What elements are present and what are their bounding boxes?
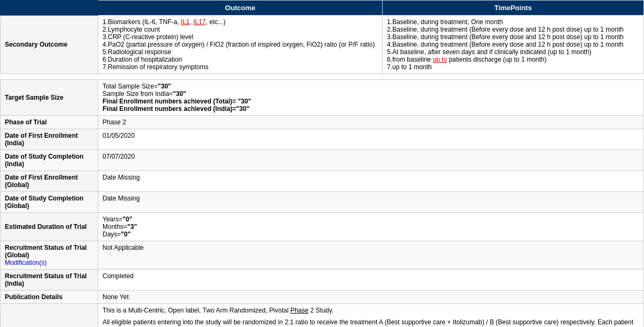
spacer-cell-1 — [1, 74, 644, 80]
sample-size-india-val: "30" — [173, 90, 186, 98]
date-study-completion-india-label: Date of Study Completion(India) — [1, 150, 98, 171]
outcome-item-6: 6.Duration of hospitalization — [103, 56, 378, 63]
date-first-enrollment-india-label: Date of First Enrollment(India) — [1, 129, 98, 150]
sample-size-enrollment-india-label: Final Enrollment numbers achieved (India… — [103, 105, 236, 113]
sample-size-enrollment-total-label: Final Enrollment numbers achieved (Total… — [103, 98, 236, 105]
outcome-item-1: 1.Biomarkers (IL-6, TNF-a, IL1, IL17, et… — [103, 18, 378, 26]
timepoint-item-2: 2.Baseline, during treatment (Before eve… — [387, 26, 639, 33]
outcome-header-row: Outcome TimePoints — [1, 1, 644, 16]
recruitment-status-india-row: Recruitment Status of Trial(India) Compl… — [1, 270, 644, 291]
recruitment-status-global-value: Not Applicable — [98, 241, 644, 270]
sample-size-line3: Final Enrollment numbers achieved (Total… — [103, 98, 639, 105]
sample-size-enrollment-total-val: "30" — [238, 98, 251, 105]
sample-size-line2: Sample Size from India="30" — [103, 90, 639, 98]
date-study-completion-global-label: Date of Study Completion(Global) — [1, 192, 98, 213]
outcome-header: Outcome — [98, 1, 383, 16]
publication-details-value: None Yet — [98, 291, 644, 304]
phase-of-trial-label: Phase of Trial — [1, 116, 98, 129]
timepoint-item-1: 1.Baseline, during treatment, One month — [387, 18, 639, 26]
sample-size-total-val: "30" — [158, 83, 171, 90]
secondary-outcome-label: Secondary Outcome — [1, 16, 98, 74]
estimated-duration-row: Estimated Duration of Trial Years="0" Mo… — [1, 213, 644, 241]
estimated-duration-label: Estimated Duration of Trial — [1, 213, 98, 241]
modification-link[interactable]: Modification(s) — [5, 259, 47, 266]
phase-of-trial-row: Phase of Trial Phase 2 — [1, 116, 644, 129]
sample-size-line4: Final Enrollment numbers achieved (India… — [103, 105, 639, 113]
target-sample-size-row: Target Sample Size Total Sample Size="30… — [1, 80, 644, 116]
estimated-duration-value: Years="0" Months="3" Days="0" — [98, 213, 644, 241]
recruitment-status-india-label: Recruitment Status of Trial(India) — [1, 270, 98, 291]
outcome-item-7: 7.Remission of respiratory symptoms — [103, 63, 378, 71]
outcome-item-4: 4.PaO2 (partial pressure of oxygen) / Fi… — [103, 41, 378, 48]
publication-details-row: Publication Details None Yet — [1, 291, 644, 304]
brief-summary-para1: This is a Multi-Centric, Open label, Two… — [103, 307, 639, 314]
duration-years-val: "0" — [122, 215, 132, 223]
target-sample-size-label: Target Sample Size — [1, 80, 98, 116]
duration-days-val: "0" — [121, 231, 130, 238]
sample-size-line1: Total Sample Size="30" — [103, 83, 639, 90]
date-first-enrollment-global-value: Date Missing — [98, 171, 644, 192]
brief-summary-label: Brief Summary — [1, 304, 98, 328]
brief-summary-row: Brief Summary This is a Multi-Centric, O… — [1, 304, 644, 328]
duration-years: Years="0" — [103, 215, 639, 223]
outcome-item-3: 3.CRP (C-reactive protein) level — [103, 33, 378, 41]
timepoints-header: TimePoints — [383, 1, 644, 16]
timepoint-item-4: 4.Baseline, during treatment (Before eve… — [387, 41, 639, 48]
spacer-1 — [1, 74, 644, 80]
phase-of-trial-value: Phase 2 — [98, 116, 644, 129]
target-sample-size-value: Total Sample Size="30" Sample Size from … — [98, 80, 644, 116]
duration-months-val: "3" — [127, 223, 137, 231]
secondary-outcome-timepoints: 1.Baseline, during treatment, One month … — [383, 16, 644, 74]
secondary-outcome-outcomes: 1.Biomarkers (IL-6, TNF-a, IL1, IL17, et… — [98, 16, 383, 74]
outcome-item-2: 2.Lymphocyte count — [103, 26, 378, 33]
recruitment-status-global-row: Recruitment Status of Trial(Global)Modif… — [1, 241, 644, 270]
sample-size-enrollment-india-val: "30" — [236, 105, 250, 113]
publication-details-label: Publication Details — [1, 291, 98, 304]
brief-summary-para2: All eligible patients entering into the … — [103, 318, 639, 327]
timepoint-item-7: 7.up to 1 month — [387, 63, 639, 71]
date-study-completion-india-row: Date of Study Completion(India) 07/07/20… — [1, 150, 644, 171]
empty-header-cell — [1, 1, 98, 16]
recruitment-status-global-label: Recruitment Status of Trial(Global)Modif… — [1, 241, 98, 270]
timepoint-item-5: 5.At baseline, after seven days and if c… — [387, 48, 639, 56]
brief-summary-value: This is a Multi-Centric, Open label, Two… — [98, 304, 644, 328]
date-study-completion-india-value: 07/07/2020 — [98, 150, 644, 171]
duration-months: Months="3" — [103, 223, 639, 231]
date-first-enrollment-india-row: Date of First Enrollment(India) 01/05/20… — [1, 129, 644, 150]
date-first-enrollment-global-row: Date of First Enrollment(Global) Date Mi… — [1, 171, 644, 192]
date-first-enrollment-india-value: 01/05/2020 — [98, 129, 644, 150]
recruitment-status-india-value: Completed — [98, 270, 644, 291]
date-first-enrollment-global-label: Date of First Enrollment(Global) — [1, 171, 98, 192]
date-study-completion-global-row: Date of Study Completion(Global) Date Mi… — [1, 192, 644, 213]
secondary-outcome-row: Secondary Outcome 1.Biomarkers (IL-6, TN… — [1, 16, 644, 74]
outcome-item-5: 5.Radiological response — [103, 48, 378, 56]
duration-days: Days="0" — [103, 231, 639, 238]
timepoint-item-3: 3.Baseline, during treatment (Before eve… — [387, 33, 639, 41]
timepoint-item-6: 6.from baseline up to patients discharge… — [387, 56, 639, 63]
date-study-completion-global-value: Date Missing — [98, 192, 644, 213]
